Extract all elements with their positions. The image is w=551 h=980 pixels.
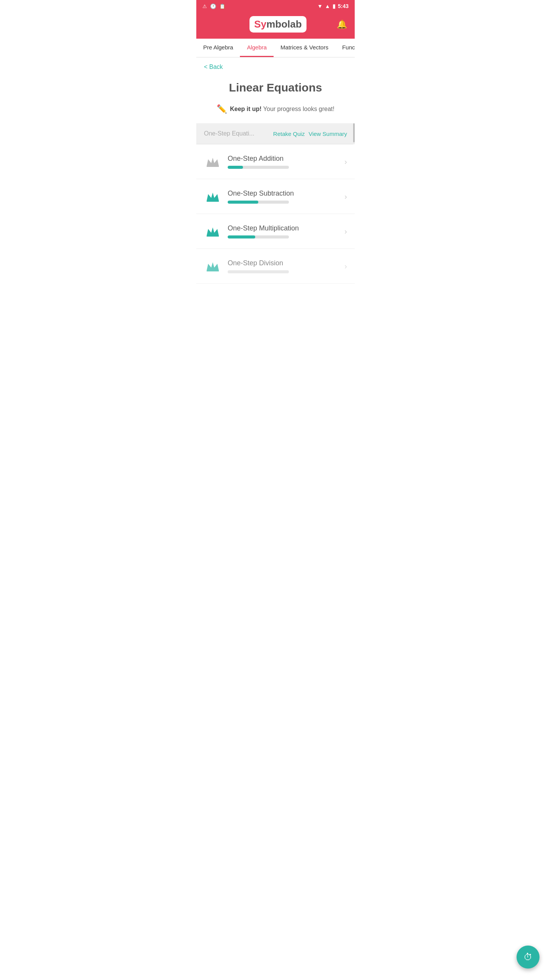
topic-icon-one-step-multiplication <box>204 222 222 240</box>
progress-bar-one-step-division <box>228 270 289 273</box>
status-icons: ⚠ 🕐 📋 <box>202 3 225 9</box>
retake-quiz-button[interactable]: Retake Quiz <box>273 131 305 137</box>
crown-icon-gray <box>206 156 220 167</box>
signal-icon: ▲ <box>325 3 330 9</box>
progress-message: ✏️ Keep it up! Your progress looks great… <box>196 100 355 123</box>
topic-info-one-step-addition: One-Step Addition <box>228 155 338 169</box>
progress-bar-one-step-subtraction <box>228 201 289 204</box>
svg-marker-4 <box>207 227 219 236</box>
svg-marker-2 <box>207 193 219 201</box>
time-display: 5:43 <box>338 3 349 9</box>
topic-item-one-step-addition[interactable]: One-Step Addition › <box>196 144 355 179</box>
bell-button[interactable]: 🔔 <box>337 20 347 29</box>
svg-rect-3 <box>207 201 219 202</box>
status-bar: ⚠ 🕐 📋 ▼ ▲ ▮ 5:43 <box>196 0 355 12</box>
topic-item-one-step-subtraction[interactable]: One-Step Subtraction › <box>196 179 355 214</box>
view-summary-button[interactable]: View Summary <box>308 131 347 137</box>
progress-bold-text: Keep it up! <box>230 106 262 112</box>
chevron-one-step-division: › <box>344 262 347 271</box>
page-title: Linear Equations <box>196 74 355 100</box>
progress-fill-one-step-addition <box>228 166 243 169</box>
quiz-banner-wrapper: One-Step Equati... Retake Quiz View Summ… <box>196 123 355 144</box>
topic-name-one-step-addition: One-Step Addition <box>228 155 338 163</box>
progress-fill-one-step-multiplication <box>228 235 255 238</box>
progress-bar-one-step-addition <box>228 166 289 169</box>
tab-pre-algebra[interactable]: Pre Algebra <box>196 39 240 57</box>
topic-icon-one-step-addition <box>204 153 222 170</box>
crown-icon-teal-division <box>206 261 220 271</box>
topic-info-one-step-division: One-Step Division <box>228 259 338 273</box>
logo-container: Symbolab <box>219 16 337 33</box>
topic-name-one-step-multiplication: One-Step Multiplication <box>228 224 338 232</box>
topic-item-one-step-division[interactable]: One-Step Division › <box>196 249 355 284</box>
warning-icon: ⚠ <box>202 3 207 9</box>
topic-list: One-Step Addition › One-Step Subtraction… <box>196 144 355 284</box>
logo-box: Symbolab <box>249 16 306 33</box>
topic-info-one-step-multiplication: One-Step Multiplication <box>228 224 338 238</box>
topic-icon-one-step-division <box>204 257 222 275</box>
quiz-title: One-Step Equati... <box>204 130 269 137</box>
app-header: Symbolab 🔔 <box>196 12 355 39</box>
chevron-one-step-addition: › <box>344 157 347 166</box>
back-button[interactable]: < Back <box>196 57 355 74</box>
scrollbar-thumb <box>353 123 355 142</box>
progress-bar-one-step-multiplication <box>228 235 289 238</box>
svg-rect-5 <box>207 236 219 237</box>
status-right: ▼ ▲ ▮ 5:43 <box>317 3 349 9</box>
scrollbar <box>353 123 355 144</box>
crown-icon-teal-subtraction <box>206 191 220 202</box>
topic-info-one-step-subtraction: One-Step Subtraction <box>228 189 338 204</box>
svg-rect-1 <box>207 166 219 167</box>
progress-fill-one-step-subtraction <box>228 201 258 204</box>
topic-name-one-step-subtraction: One-Step Subtraction <box>228 189 338 198</box>
topic-name-one-step-division: One-Step Division <box>228 259 338 267</box>
svg-marker-0 <box>207 158 219 166</box>
clock-icon: 🕐 <box>210 3 216 9</box>
chevron-one-step-subtraction: › <box>344 192 347 201</box>
wifi-icon: ▼ <box>317 3 323 9</box>
quiz-banner: One-Step Equati... Retake Quiz View Summ… <box>196 123 355 144</box>
app-logo: Symbolab <box>254 18 302 30</box>
tab-functions[interactable]: Functions <box>335 39 355 57</box>
topic-icon-one-step-subtraction <box>204 188 222 205</box>
topic-item-one-step-multiplication[interactable]: One-Step Multiplication › <box>196 214 355 249</box>
logo-sy: Sy <box>254 18 266 30</box>
nav-tabs: Pre Algebra Algebra Matrices & Vectors F… <box>196 39 355 57</box>
tab-matrices-vectors[interactable]: Matrices & Vectors <box>274 39 335 57</box>
battery-icon: ▮ <box>333 3 336 9</box>
wand-icon: ✏️ <box>217 104 227 114</box>
svg-marker-6 <box>207 262 219 271</box>
svg-rect-7 <box>207 271 219 271</box>
logo-rest: mbolab <box>266 18 302 30</box>
progress-rest-text: Your progress looks great! <box>263 106 334 112</box>
tab-algebra[interactable]: Algebra <box>240 39 274 57</box>
clipboard-icon: 📋 <box>219 3 225 9</box>
chevron-one-step-multiplication: › <box>344 227 347 236</box>
crown-icon-teal-multiplication <box>206 226 220 237</box>
